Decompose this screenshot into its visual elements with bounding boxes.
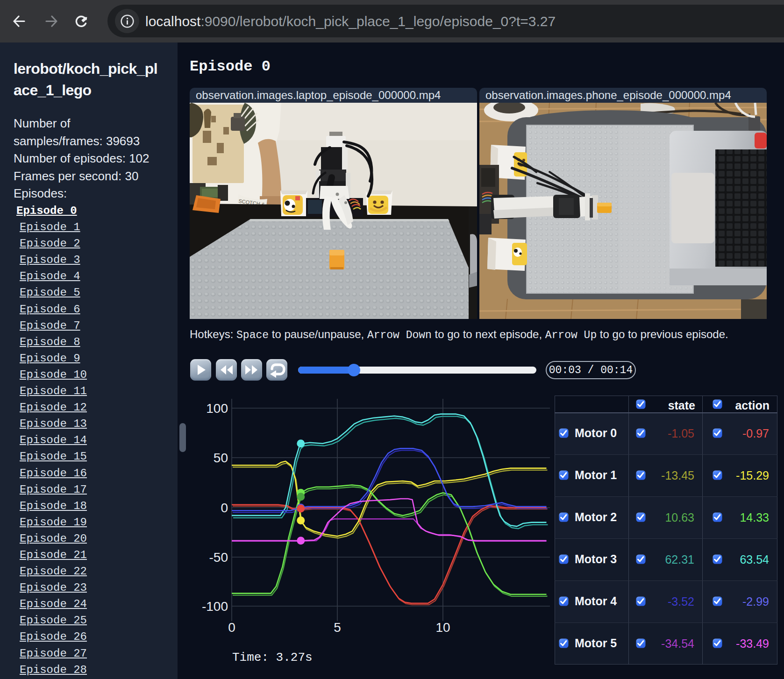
svg-text:50: 50: [214, 451, 228, 465]
svg-text:-50: -50: [209, 550, 228, 565]
svg-text:-100: -100: [202, 599, 228, 614]
svg-text:100: 100: [206, 401, 228, 416]
svg-text:0: 0: [228, 620, 235, 635]
svg-text:Time: 3.27s: Time: 3.27s: [232, 651, 313, 665]
svg-text:10: 10: [435, 620, 450, 635]
svg-text:0: 0: [221, 501, 228, 515]
svg-text:5: 5: [334, 620, 341, 635]
